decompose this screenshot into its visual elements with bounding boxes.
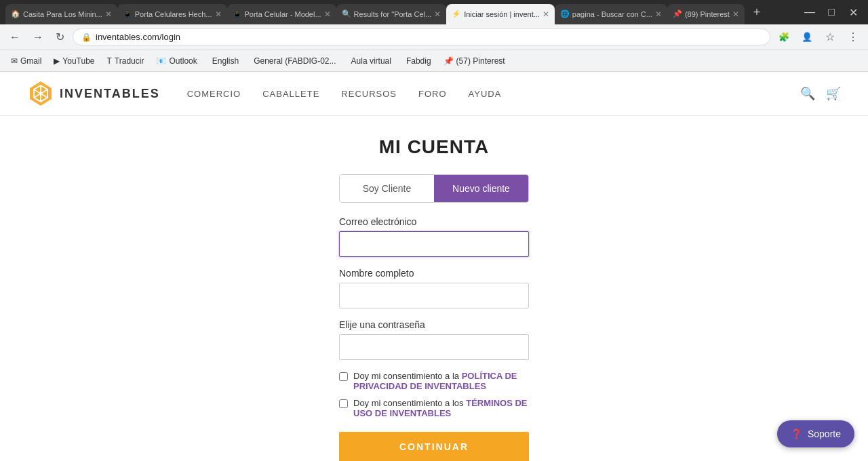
support-label: Soporte [808, 428, 841, 439]
name-label: Nombre completo [339, 268, 529, 279]
tab-favicon: 📱 [123, 9, 132, 19]
browser-tab-tab3[interactable]: 📱 Porta Celular - Model... ✕ [227, 4, 336, 24]
browser-tab-tab4[interactable]: 🔍 Results for "Porta Cel... ✕ [336, 4, 447, 24]
tab-close-button[interactable]: ✕ [215, 9, 222, 19]
email-field-group: Correo electrónico [339, 216, 529, 257]
consent-terms-item: Doy mi consentimiento a los TÉRMINOS DE … [339, 398, 529, 418]
close-button[interactable]: ✕ [844, 3, 863, 22]
nav-link-nav3[interactable]: RECURSOS [341, 89, 397, 99]
bookmark-icon: T [107, 56, 112, 66]
bookmark-label: YouTube [62, 56, 94, 66]
tab-close-button[interactable]: ✕ [324, 9, 331, 19]
tab-favicon: 🏠 [11, 9, 20, 19]
logo-icon [27, 80, 54, 107]
bookmark-label: Outlook [169, 56, 197, 66]
support-icon: ❓ [791, 428, 802, 439]
tab-list: 🏠 Casita Para Los Minin... ✕ 📱 Porta Cel… [5, 0, 745, 24]
browser-tab-tab7[interactable]: 📌 (89) Pinterest ✕ [667, 4, 745, 24]
tab-title: Porta Celular - Model... [245, 10, 321, 18]
tab-title: Iniciar sesión | invent... [464, 10, 540, 18]
password-input[interactable] [339, 334, 529, 360]
tab-favicon: 🔍 [342, 9, 351, 19]
tab-close-button[interactable]: ✕ [434, 9, 441, 19]
tab-favicon: 📱 [233, 9, 242, 19]
bookmark-icon: ✉ [11, 56, 18, 66]
nav-link-nav2[interactable]: CABALLETE [262, 89, 319, 99]
bookmark-bm2[interactable]: ▶ YouTube [48, 54, 100, 68]
bookmark-label: Traducir [115, 56, 144, 66]
minimize-button[interactable]: — [800, 3, 819, 22]
search-icon[interactable]: 🔍 [800, 86, 815, 101]
name-input[interactable] [339, 283, 529, 308]
password-field-group: Elije una contraseña [339, 319, 529, 360]
consent-terms-checkbox[interactable] [339, 399, 348, 408]
address-text: inventables.com/login [96, 32, 762, 42]
nav-link-nav5[interactable]: AYUDA [469, 89, 502, 99]
bookmark-bm1[interactable]: ✉ Gmail [5, 54, 47, 68]
email-input[interactable] [339, 231, 529, 257]
nav-link-nav1[interactable]: COMERCIO [187, 89, 241, 99]
bookmark-label: English [212, 56, 239, 66]
site-logo[interactable]: INVENTABLES [27, 80, 160, 107]
tab-close-button[interactable]: ✕ [655, 9, 662, 19]
profile-button[interactable]: 👤 [797, 28, 816, 47]
lock-icon: 🔒 [81, 33, 92, 42]
extensions-button[interactable]: 🧩 [774, 28, 793, 47]
site-nav: COMERCIOCABALLETERECURSOSFOROAYUDA [187, 89, 800, 99]
account-tabs: Soy Cliente Nuevo cliente [339, 174, 529, 203]
bookmark-bm5[interactable]: English [204, 54, 244, 68]
bookmark-label: General (FABDIG-02... [254, 56, 336, 66]
page-title: MI CUENTA [379, 136, 489, 158]
browser-tab-tab6[interactable]: 🌐 pagina - Buscar con C... ✕ [555, 4, 667, 24]
bookmark-label: Gmail [20, 56, 41, 66]
bookmark-icon: 📌 [443, 56, 454, 66]
consent-terms-text: Doy mi consentimiento a los TÉRMINOS DE … [353, 398, 529, 418]
bookmark-label: Fabdig [406, 56, 431, 66]
tab-title: pagina - Buscar con C... [572, 10, 652, 18]
support-button[interactable]: ❓ Soporte [777, 420, 854, 447]
bookmark-icon: ▶ [54, 56, 60, 66]
tab-close-button[interactable]: ✕ [542, 9, 549, 19]
address-bar[interactable]: 🔒 inventables.com/login [73, 28, 770, 45]
browser-tab-tab2[interactable]: 📱 Porta Celulares Hech... ✕ [117, 4, 227, 24]
consent-privacy-checkbox[interactable] [339, 372, 348, 381]
password-label: Elije una contraseña [339, 319, 529, 330]
site-content: INVENTABLES COMERCIOCABALLETERECURSOSFOR… [0, 72, 868, 461]
tab-favicon: 📌 [673, 9, 682, 19]
more-button[interactable]: ⋮ [844, 28, 863, 47]
bookmarks-bar: ✉ Gmail ▶ YouTube T Traducir 📧 Outlook E… [0, 50, 868, 72]
reload-button[interactable]: ↻ [52, 28, 68, 46]
main-content: MI CUENTA Soy Cliente Nuevo cliente Corr… [0, 116, 868, 461]
new-customer-tab[interactable]: Nuevo cliente [434, 175, 528, 202]
bookmark-bm7[interactable]: Aula virtual [343, 54, 397, 68]
logo-text: INVENTABLES [60, 87, 160, 101]
bookmark-bm3[interactable]: T Traducir [102, 54, 150, 68]
nav-link-nav4[interactable]: FORO [418, 89, 447, 99]
bookmark-label: (57) Pinterest [456, 56, 505, 66]
tab-close-button[interactable]: ✕ [105, 9, 112, 19]
continue-button[interactable]: CONTINUAR [339, 432, 529, 461]
back-button[interactable]: ← [5, 28, 24, 46]
tab-favicon: ⚡ [452, 9, 461, 19]
tab-close-button[interactable]: ✕ [732, 9, 739, 19]
login-container: Soy Cliente Nuevo cliente Correo electró… [339, 174, 529, 461]
consent-group: Doy mi consentimiento a la POLÍTICA DE P… [339, 371, 529, 418]
email-label: Correo electrónico [339, 216, 529, 227]
cart-icon[interactable]: 🛒 [826, 86, 841, 101]
bookmark-bm9[interactable]: 📌 (57) Pinterest [438, 54, 511, 68]
bookmark-bm6[interactable]: General (FABDIG-02... [245, 54, 341, 68]
browser-tab-tab1[interactable]: 🏠 Casita Para Los Minin... ✕ [5, 4, 117, 24]
bookmark-bm8[interactable]: Fabdig [398, 54, 437, 68]
browser-tab-tab5[interactable]: ⚡ Iniciar sesión | invent... ✕ [446, 4, 555, 24]
maximize-button[interactable]: □ [822, 3, 841, 22]
browser-tab-bar: 🏠 Casita Para Los Minin... ✕ 📱 Porta Cel… [0, 0, 868, 24]
tab-title: (89) Pinterest [685, 10, 730, 18]
bookmark-bm4[interactable]: 📧 Outlook [151, 54, 202, 68]
bookmark-button[interactable]: ☆ [821, 28, 840, 47]
existing-customer-tab[interactable]: Soy Cliente [340, 175, 434, 202]
tab-favicon: 🌐 [560, 9, 570, 19]
new-tab-button[interactable]: + [747, 3, 766, 22]
forward-button[interactable]: → [28, 28, 47, 46]
site-header: INVENTABLES COMERCIOCABALLETERECURSOSFOR… [0, 72, 868, 116]
bookmark-icon: 📧 [156, 56, 166, 66]
